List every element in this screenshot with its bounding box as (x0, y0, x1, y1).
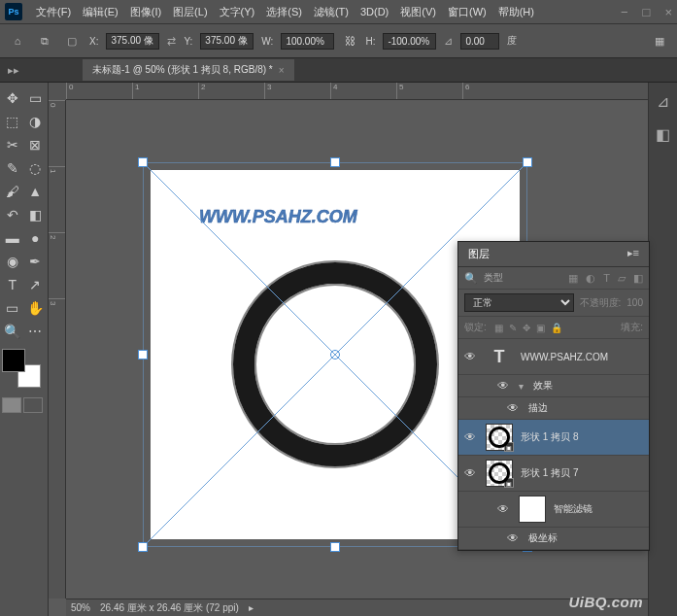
menu-type[interactable]: 文字(Y) (214, 2, 261, 22)
lock-artboard-icon[interactable]: ▣ (536, 323, 545, 333)
zoom-tool[interactable]: 🔍 (2, 321, 23, 342)
layer-smartfilter-header[interactable]: 👁 智能滤镜 (458, 492, 649, 528)
lock-transparency-icon[interactable]: ▦ (494, 323, 503, 333)
filter-type-icon[interactable]: T (603, 272, 610, 285)
foreground-color[interactable] (2, 349, 25, 372)
interpolation-icon[interactable]: ▦ (650, 31, 669, 51)
lock-all-icon[interactable]: 🔒 (551, 323, 562, 333)
menu-select[interactable]: 选择(S) (260, 2, 308, 22)
menu-view[interactable]: 视图(V) (394, 2, 442, 22)
x-input[interactable] (106, 33, 159, 50)
brush-tool[interactable]: 🖌 (2, 181, 23, 202)
filter-pixel-icon[interactable]: ▦ (568, 272, 578, 285)
opacity-value[interactable]: 100 (626, 297, 643, 308)
type-tool[interactable]: T (2, 274, 23, 295)
ruler-horizontal[interactable]: 0123456 (66, 83, 648, 100)
menu-file[interactable]: 文件(F) (30, 2, 77, 22)
doc-info[interactable]: 26.46 厘米 x 26.46 厘米 (72 ppi) (100, 601, 239, 615)
handle-bottom-left[interactable] (138, 542, 148, 552)
filter-adjust-icon[interactable]: ◐ (586, 272, 595, 285)
move-tool[interactable]: ✥ (2, 87, 23, 109)
handle-top-mid[interactable] (330, 157, 340, 167)
swap-xy-icon[interactable]: ⇄ (167, 35, 176, 48)
menu-image[interactable]: 图像(I) (124, 2, 167, 22)
visibility-icon[interactable]: 👁 (507, 401, 521, 415)
visibility-icon[interactable]: 👁 (464, 350, 478, 363)
dodge-tool[interactable]: ◉ (2, 251, 23, 272)
panel-menu-icon[interactable]: ▸≡ (627, 247, 639, 261)
lock-pixels-icon[interactable]: ✎ (509, 323, 517, 333)
visibility-icon[interactable]: 👁 (464, 466, 478, 480)
minimize-button[interactable]: − (621, 5, 628, 19)
blur-tool[interactable]: ● (25, 227, 47, 249)
filter-shape-icon[interactable]: ▱ (618, 272, 626, 285)
h-input[interactable] (383, 33, 436, 50)
lasso-tool[interactable]: ◑ (25, 111, 47, 132)
home-icon[interactable]: ⌂ (8, 31, 27, 51)
filter-type-label[interactable]: 类型 (484, 271, 562, 285)
menu-edit[interactable]: 编辑(E) (77, 2, 124, 22)
visibility-icon[interactable]: 👁 (464, 430, 478, 444)
layer-item-shape[interactable]: 👁 ▣ 形状 1 拷贝 8 (458, 420, 649, 456)
artboard-icon[interactable]: ▢ (62, 31, 82, 51)
collapse-icon[interactable]: ▾ (519, 381, 524, 392)
ruler-vertical[interactable]: 0123 (49, 100, 66, 599)
pen-tool[interactable]: ✒ (25, 251, 47, 272)
close-tab-icon[interactable]: × (279, 65, 285, 76)
shape-tool[interactable]: ▭ (2, 297, 23, 319)
quickmask-mode[interactable] (23, 397, 43, 413)
artboard-tool[interactable]: ▭ (25, 87, 47, 109)
layer-item-text[interactable]: 👁 T WWW.PSAHZ.COM (458, 339, 649, 375)
blend-mode-select[interactable]: 正常 (464, 293, 574, 312)
menu-3d[interactable]: 3D(D) (355, 3, 394, 20)
frame-tool[interactable]: ⊠ (25, 134, 47, 155)
transform-icon[interactable]: ⧉ (35, 31, 54, 51)
menu-layer[interactable]: 图层(L) (167, 2, 213, 22)
filter-smart-icon[interactable]: ◧ (633, 272, 643, 285)
handle-mid-left[interactable] (138, 350, 148, 359)
layer-filter-item[interactable]: 👁 极坐标 (458, 528, 649, 550)
ruler-origin[interactable] (49, 83, 66, 100)
path-tool[interactable]: ↗ (25, 274, 47, 295)
menu-filter[interactable]: 滤镜(T) (308, 2, 355, 22)
layer-fx-item[interactable]: 👁 描边 (458, 397, 649, 420)
color-swatches[interactable] (2, 349, 41, 388)
chevron-right-icon[interactable]: ▸ (249, 602, 254, 613)
document-tab[interactable]: 未标题-1 @ 50% (形状 1 拷贝 8, RGB/8) * × (83, 59, 294, 81)
layer-name[interactable]: 形状 1 拷贝 7 (521, 466, 578, 480)
layer-item-shape[interactable]: 👁 ▣ 形状 1 拷贝 7 (458, 456, 649, 492)
crop-tool[interactable]: ✂ (2, 134, 23, 155)
gradient-tool[interactable]: ▬ (2, 227, 23, 249)
selection-tool[interactable]: ◌ (25, 157, 47, 179)
lock-position-icon[interactable]: ✥ (523, 323, 530, 333)
eyedropper-tool[interactable]: ✎ (2, 157, 23, 179)
layer-fx-header[interactable]: 👁 ▾ 效果 (458, 375, 649, 397)
marquee-tool[interactable]: ⬚ (2, 111, 23, 132)
handle-center[interactable] (330, 350, 340, 359)
hand-tool[interactable]: ✋ (25, 297, 47, 319)
stamp-tool[interactable]: ▲ (25, 181, 47, 202)
close-button[interactable]: × (664, 5, 672, 19)
menu-window[interactable]: 窗口(W) (442, 2, 492, 22)
visibility-icon[interactable]: 👁 (497, 502, 511, 516)
w-input[interactable] (281, 33, 334, 50)
eraser-tool[interactable]: ◧ (25, 204, 47, 225)
search-icon[interactable]: 🔍 (464, 272, 478, 285)
edit-toolbar[interactable]: ⋯ (25, 321, 47, 342)
y-input[interactable] (200, 33, 254, 50)
handle-top-left[interactable] (138, 157, 148, 167)
visibility-icon[interactable]: 👁 (497, 379, 511, 393)
layer-name[interactable]: WWW.PSAHZ.COM (521, 352, 608, 362)
handle-top-right[interactable] (523, 157, 532, 167)
visibility-icon[interactable]: 👁 (507, 531, 521, 545)
collapse-panels-icon[interactable]: ⊿ (657, 92, 669, 111)
handle-bottom-mid[interactable] (330, 542, 340, 552)
standard-mode[interactable] (2, 397, 21, 413)
maximize-button[interactable]: □ (643, 5, 651, 19)
panel-icon[interactable]: ◧ (656, 125, 670, 144)
zoom-level[interactable]: 50% (71, 602, 90, 613)
expand-panels-icon[interactable]: ▸▸ (8, 64, 19, 77)
link-wh-icon[interactable]: ⛓ (342, 33, 357, 49)
menu-help[interactable]: 帮助(H) (492, 2, 540, 22)
angle-input[interactable] (460, 33, 499, 50)
